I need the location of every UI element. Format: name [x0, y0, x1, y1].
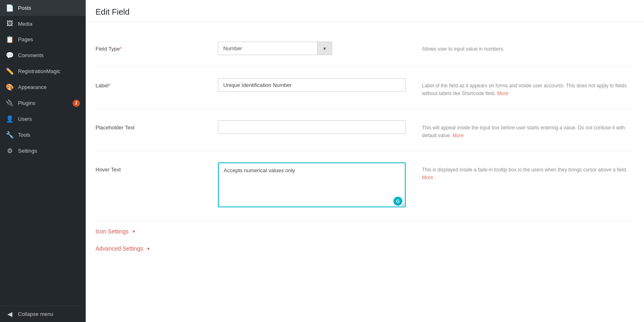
media-label: Media	[18, 21, 80, 27]
media-icon: 🖼	[6, 20, 14, 27]
placeholder-input[interactable]	[218, 120, 406, 134]
sidebar-collapse: ◀ Collapse menu	[0, 306, 86, 322]
tools-icon: 🔧	[6, 131, 14, 139]
hover-text-label-col: Hover Text	[95, 162, 218, 173]
sidebar-item-plugins[interactable]: 🔌 Plugins 2	[0, 95, 86, 111]
form-area: Field Type* Number ▼ Allows user to inpu…	[86, 22, 644, 263]
hover-text-input[interactable]	[218, 162, 406, 207]
field-type-row: Field Type* Number ▼ Allows user to inpu…	[95, 30, 634, 67]
sidebar-item-appearance[interactable]: 🎨 Appearance	[0, 79, 86, 95]
advanced-settings-section: Advanced Settings ▼	[95, 238, 634, 255]
plugins-icon: 🔌	[6, 99, 14, 107]
icon-settings-toggle[interactable]: Icon Settings ▼	[95, 228, 136, 235]
label-more-link[interactable]: More	[497, 91, 508, 96]
main-content: Edit Field Field Type* Number ▼ Allows u…	[86, 0, 644, 322]
hover-text-input-col: G	[218, 162, 406, 209]
icon-settings-section: Icon Settings ▼	[95, 221, 634, 238]
page-header: Edit Field	[86, 0, 644, 22]
placeholder-input-col	[218, 120, 406, 134]
label-row: Label* Label of the field as it appears …	[95, 67, 634, 109]
comments-label: Comments	[18, 52, 80, 58]
hover-text-help: This is displayed inside a fade-in toolt…	[422, 167, 627, 180]
field-type-help: Allows user to input value in numbers.	[422, 46, 504, 52]
settings-label: Settings	[18, 148, 80, 154]
appearance-icon: 🎨	[6, 83, 14, 91]
placeholder-label: Placeholder Text	[95, 124, 135, 131]
placeholder-label-col: Placeholder Text	[95, 120, 218, 131]
placeholder-help: This will appear inside the input box be…	[422, 125, 625, 138]
plugins-badge: 2	[73, 100, 80, 107]
appearance-label: Appearance	[18, 84, 80, 90]
advanced-settings-arrow: ▼	[147, 246, 151, 251]
plugins-label: Plugins	[18, 100, 69, 106]
icon-settings-label: Icon Settings	[95, 228, 129, 235]
field-type-label: Field Type*	[95, 46, 122, 52]
sidebar-item-users[interactable]: 👤 Users	[0, 111, 86, 127]
field-type-arrow[interactable]: ▼	[317, 42, 332, 55]
advanced-settings-label: Advanced Settings	[95, 245, 143, 252]
label-label-col: Label*	[95, 78, 218, 89]
sidebar-item-tools[interactable]: 🔧 Tools	[0, 127, 86, 143]
hover-text-label: Hover Text	[95, 167, 121, 173]
posts-icon: 📄	[6, 4, 14, 12]
sidebar-item-settings[interactable]: ⚙ Settings	[0, 143, 86, 159]
registrationmagic-label: RegistrationMagic	[18, 68, 80, 74]
sidebar-item-pages[interactable]: 📋 Pages	[0, 31, 86, 47]
collapse-label: Collapse menu	[18, 311, 80, 317]
sidebar-item-media[interactable]: 🖼 Media	[0, 16, 86, 31]
label-input[interactable]	[218, 78, 406, 92]
icon-settings-arrow: ▼	[132, 229, 136, 234]
hover-text-more-link[interactable]: More	[422, 175, 433, 180]
label-help-col: Label of the field as it appears on form…	[406, 78, 634, 97]
hover-text-help-col: This is displayed inside a fade-in toolt…	[406, 162, 634, 181]
sidebar-item-registrationmagic[interactable]: ✏️ RegistrationMagic	[0, 63, 86, 79]
label-label: Label*	[95, 82, 111, 89]
field-type-select[interactable]: Number ▼	[218, 42, 332, 55]
settings-icon: ⚙	[6, 147, 14, 155]
sidebar-item-posts[interactable]: 📄 Posts	[0, 0, 86, 16]
collapse-icon: ◀	[6, 310, 14, 318]
field-type-value: Number	[218, 42, 317, 55]
field-type-input-col: Number ▼	[218, 42, 406, 55]
users-icon: 👤	[6, 115, 14, 123]
label-help: Label of the field as it appears on form…	[422, 83, 626, 96]
tools-label: Tools	[18, 132, 80, 138]
placeholder-more-link[interactable]: More	[453, 133, 464, 138]
label-input-col	[218, 78, 406, 92]
placeholder-help-col: This will appear inside the input box be…	[406, 120, 634, 139]
grammarly-icon: G	[393, 197, 402, 206]
field-type-label-col: Field Type*	[95, 42, 218, 52]
users-label: Users	[18, 116, 80, 122]
hover-text-wrapper: G	[218, 162, 406, 209]
hover-text-row: Hover Text G This is displayed inside a …	[95, 151, 634, 221]
pages-label: Pages	[18, 36, 80, 42]
sidebar-item-comments[interactable]: 💬 Comments	[0, 47, 86, 63]
advanced-settings-toggle[interactable]: Advanced Settings ▼	[95, 245, 151, 252]
placeholder-row: Placeholder Text This will appear inside…	[95, 109, 634, 151]
sidebar: 📄 Posts 🖼 Media 📋 Pages 💬 Comments ✏️ Re…	[0, 0, 86, 322]
sidebar-item-collapse[interactable]: ◀ Collapse menu	[0, 306, 86, 322]
posts-label: Posts	[18, 5, 80, 11]
field-type-help-col: Allows user to input value in numbers.	[406, 42, 634, 53]
comments-icon: 💬	[6, 51, 14, 59]
pages-icon: 📋	[6, 36, 14, 43]
page-title: Edit Field	[95, 7, 634, 17]
registrationmagic-icon: ✏️	[6, 67, 14, 75]
